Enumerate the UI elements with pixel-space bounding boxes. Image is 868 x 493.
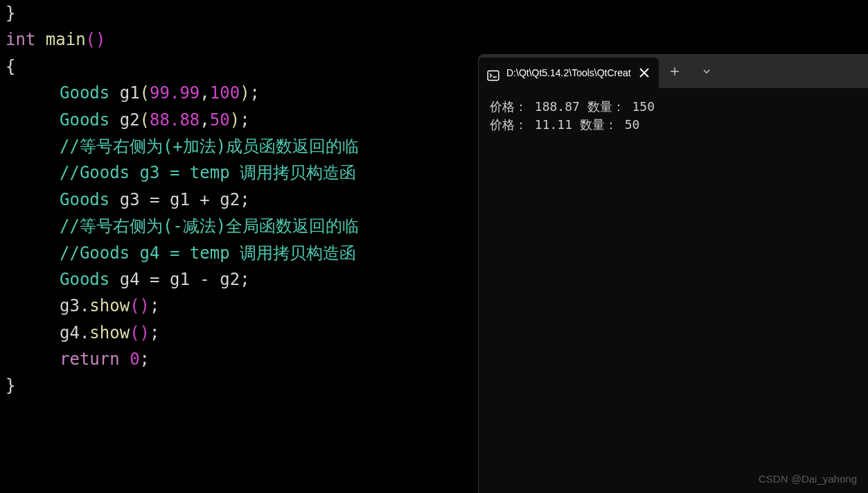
semicolon: ;	[250, 83, 260, 103]
variable: g1	[170, 270, 190, 289]
operator: =	[150, 270, 159, 289]
titlebar: D:\Qt\Qt5.14.2\Tools\QtCreat	[479, 55, 868, 88]
comment: //等号右侧为(+加法)成员函数返回的临	[60, 137, 359, 156]
method: show	[89, 296, 130, 315]
variable: g4	[60, 323, 80, 343]
operator: -	[200, 270, 209, 289]
semicolon: ;	[140, 349, 150, 369]
semicolon: ;	[150, 296, 159, 315]
operator: +	[200, 190, 209, 209]
semicolon: ;	[240, 110, 249, 130]
keyword: return	[60, 349, 120, 369]
terminal-tab[interactable]: D:\Qt\Qt5.14.2\Tools\QtCreat	[479, 58, 659, 88]
paren: )	[96, 30, 105, 49]
variable: g1	[170, 190, 190, 209]
titlebar-actions	[659, 55, 868, 88]
comment: //Goods g4 = temp 调用拷贝构造函	[60, 243, 356, 263]
paren: (	[86, 30, 96, 49]
code-line: int main()	[6, 26, 862, 53]
keyword: int	[6, 30, 35, 49]
comma: ,	[200, 83, 209, 103]
brace: }	[6, 3, 15, 23]
variable: g3	[120, 190, 140, 209]
number: 100	[210, 83, 240, 103]
type: Goods	[60, 190, 109, 209]
brace: }	[6, 376, 15, 395]
number: 0	[130, 349, 139, 369]
brace: {	[6, 57, 15, 76]
terminal-output: 价格： 188.87 数量： 150 价格： 11.11 数量： 50	[479, 88, 868, 144]
paren: )	[140, 323, 150, 343]
variable: g1	[120, 83, 140, 103]
comma: ,	[200, 110, 209, 130]
variable: g3	[60, 296, 80, 315]
variable: g4	[120, 270, 140, 289]
close-icon[interactable]	[638, 67, 650, 79]
number: 88.88	[150, 110, 200, 130]
dot: .	[80, 296, 89, 315]
dropdown-button[interactable]	[691, 55, 723, 88]
watermark: CSDN @Dai_yahong	[759, 473, 857, 485]
paren: (	[140, 110, 150, 130]
terminal-window: D:\Qt\Qt5.14.2\Tools\QtCreat 价格： 188.87 …	[478, 54, 868, 493]
paren: )	[240, 83, 249, 103]
new-tab-button[interactable]	[659, 55, 691, 88]
function-name: main	[46, 30, 86, 49]
variable: g2	[220, 190, 240, 209]
dot: .	[80, 323, 89, 343]
type: Goods	[60, 110, 109, 130]
operator: =	[150, 190, 159, 209]
number: 50	[210, 110, 230, 130]
svg-rect-0	[488, 71, 499, 80]
code-line: }	[6, 0, 862, 26]
output-line: 价格： 188.87 数量： 150	[490, 98, 858, 116]
semicolon: ;	[150, 323, 159, 343]
output-line: 价格： 11.11 数量： 50	[490, 116, 858, 134]
semicolon: ;	[240, 190, 249, 209]
number: 99.99	[150, 83, 200, 103]
paren: (	[140, 83, 150, 103]
type: Goods	[60, 270, 109, 289]
method: show	[89, 323, 130, 343]
comment: //Goods g3 = temp 调用拷贝构造函	[60, 163, 356, 182]
variable: g2	[220, 270, 240, 289]
paren: (	[130, 323, 139, 343]
semicolon: ;	[240, 270, 249, 289]
type: Goods	[60, 83, 109, 103]
terminal-icon	[487, 67, 499, 79]
tab-title: D:\Qt\Qt5.14.2\Tools\QtCreat	[506, 67, 631, 78]
variable: g2	[120, 110, 140, 130]
comment: //等号右侧为(-减法)全局函数返回的临	[60, 216, 359, 236]
paren: )	[140, 296, 150, 315]
paren: (	[130, 296, 139, 315]
paren: )	[230, 110, 240, 130]
